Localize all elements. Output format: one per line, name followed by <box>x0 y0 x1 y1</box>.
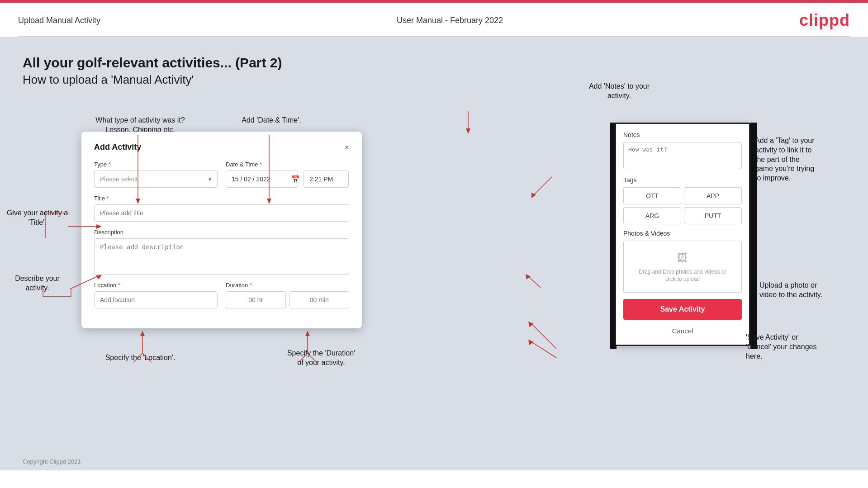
annotation-save: 'Save Activity' or 'Cancel' your changes… <box>746 333 863 361</box>
title-label: Title * <box>94 195 349 202</box>
tag-ott[interactable]: OTT <box>623 187 681 204</box>
photos-section-label: Photos & Videos <box>623 230 742 237</box>
date-input[interactable] <box>226 171 298 188</box>
location-group: Location * <box>94 282 218 308</box>
duration-inputs <box>226 291 349 308</box>
location-label: Location * <box>94 282 218 289</box>
page-title: Upload Manual Activity <box>18 16 100 25</box>
tags-grid: OTT APP ARG PUTT <box>623 187 742 224</box>
date-time-inputs: 📅 <box>226 171 349 188</box>
save-activity-button[interactable]: Save Activity <box>623 299 742 320</box>
duration-label: Duration * <box>226 282 349 289</box>
duration-min-input[interactable] <box>289 291 350 308</box>
desc-textarea[interactable] <box>94 238 349 275</box>
datetime-group: Date & Time * 📅 <box>226 161 349 188</box>
close-button[interactable]: × <box>344 143 349 152</box>
type-required: * <box>109 161 111 168</box>
annotation-location: Specify the 'Location'. <box>90 353 190 363</box>
annotation-duration: Specify the 'Duration' of your activity. <box>262 349 380 368</box>
notes-section-label: Notes <box>623 131 742 138</box>
annotation-tag: Add a 'Tag' to your activity to link it … <box>755 136 863 183</box>
type-group: Type * Please select <box>94 161 218 188</box>
page-subheading: How to upload a 'Manual Activity' <box>23 73 845 87</box>
desc-group: Description <box>94 229 349 275</box>
datetime-required: * <box>260 161 262 168</box>
location-duration-row: Location * Duration * <box>94 282 349 308</box>
main-content: All your golf-relevant activities... (Pa… <box>0 37 868 453</box>
type-datetime-row: Type * Please select Date & Time * 📅 <box>94 161 349 188</box>
title-input[interactable] <box>94 204 349 222</box>
copyright: Copyright Clippd 2021 <box>0 453 868 470</box>
title-group: Title * <box>94 195 349 222</box>
annotation-datetime: Add 'Date & Time'. <box>222 116 321 125</box>
cancel-button[interactable]: Cancel <box>623 324 742 337</box>
tag-putt[interactable]: PUTT <box>684 207 742 224</box>
annotation-desc: Describe your activity. <box>5 274 70 293</box>
tag-app[interactable]: APP <box>684 187 742 204</box>
duration-required: * <box>250 282 252 289</box>
location-input[interactable] <box>94 291 218 308</box>
type-select[interactable]: Please select <box>94 171 218 188</box>
page-heading: All your golf-relevant activities... (Pa… <box>23 55 845 71</box>
svg-marker-28 <box>528 322 534 327</box>
upload-text: Drag and Drop photos and videos or click… <box>639 269 726 283</box>
doc-title: User Manual - February 2022 <box>397 16 503 25</box>
svg-marker-18 <box>305 331 310 336</box>
photos-upload-area[interactable]: 🖼 Drag and Drop photos and videos or cli… <box>623 241 742 293</box>
annotation-title: Give your activity a 'Title'. <box>5 208 70 227</box>
type-label: Type * <box>94 161 218 168</box>
upload-icon: 🖼 <box>628 250 737 265</box>
svg-marker-26 <box>526 274 531 280</box>
annotation-notes: Add 'Notes' to your activity. <box>569 82 669 101</box>
type-select-wrapper: Please select <box>94 171 218 188</box>
title-required: * <box>107 195 109 202</box>
header: Upload Manual Activity User Manual - Feb… <box>0 3 868 36</box>
desc-label: Description <box>94 229 349 236</box>
duration-hr-input[interactable] <box>226 291 286 308</box>
location-required: * <box>118 282 120 289</box>
datetime-label: Date & Time * <box>226 161 349 168</box>
duration-group: Duration * <box>226 282 349 308</box>
phone-panel: Notes Tags OTT APP ARG PUTT Photos & Vid… <box>615 123 750 346</box>
svg-marker-14 <box>140 331 145 336</box>
svg-line-23 <box>534 177 552 195</box>
tags-section-label: Tags <box>623 176 742 184</box>
calendar-icon: 📅 <box>291 175 300 184</box>
notes-textarea[interactable] <box>623 142 742 169</box>
tag-arg[interactable]: ARG <box>623 207 681 224</box>
svg-line-25 <box>528 276 541 288</box>
svg-line-27 <box>531 324 556 349</box>
svg-marker-24 <box>531 193 536 198</box>
annotation-upload: Upload a photo or video to the activity. <box>759 281 863 300</box>
svg-marker-22 <box>466 128 470 134</box>
dialog-title: Add Activity <box>94 142 141 152</box>
logo: clippd <box>799 11 850 30</box>
add-activity-dialog: Add Activity × Type * Please select Date… <box>81 132 362 328</box>
svg-line-29 <box>531 342 556 358</box>
svg-marker-30 <box>528 340 534 345</box>
time-input[interactable] <box>304 171 349 188</box>
dialog-header: Add Activity × <box>94 142 349 152</box>
